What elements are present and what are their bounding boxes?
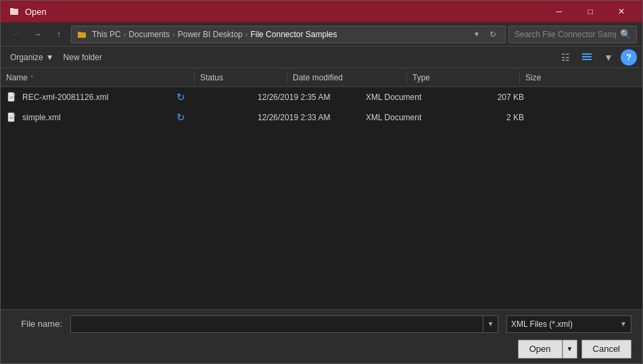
col-header-status[interactable]: Status: [200, 73, 281, 82]
breadcrumb-sep-1: ›: [124, 30, 126, 38]
filename-row: File name: ▼ XML Files (*.xml) ▼: [11, 315, 632, 333]
file-size-cell: 207 KB: [467, 93, 535, 102]
column-headers: Name ^ Status Date modified Type Size: [1, 68, 642, 87]
open-dialog: Open ─ □ ✕ ← → ↑ This PC › Documents › P…: [0, 0, 643, 364]
col-header-name[interactable]: Name ^: [6, 73, 189, 82]
dialog-title: Open: [25, 7, 47, 17]
svg-rect-1: [10, 8, 14, 9]
filetype-text: XML Files (*.xml): [511, 319, 573, 329]
view-list-button[interactable]: ☷: [556, 48, 575, 67]
col-divider-1: [194, 71, 195, 84]
svg-rect-6: [582, 59, 592, 60]
close-button[interactable]: ✕: [606, 1, 637, 22]
file-icon: [6, 91, 18, 103]
organize-button[interactable]: Organize ▼: [6, 49, 58, 66]
file-date-cell: 12/26/2019 2:33 AM: [258, 113, 366, 122]
action-toolbar: Organize ▼ New folder ☷ ▼ ?: [1, 47, 642, 68]
search-input[interactable]: [515, 30, 616, 39]
sync-icon: ↻: [176, 111, 185, 123]
filename-dropdown-icon[interactable]: ▼: [483, 315, 498, 333]
new-folder-label: New folder: [64, 53, 102, 62]
col-header-size[interactable]: Size: [525, 73, 593, 82]
bottom-bar: File name: ▼ XML Files (*.xml) ▼ Open ▼ …: [1, 309, 642, 363]
file-status-cell: ↻: [176, 111, 258, 124]
view-dropdown-button[interactable]: ▼: [599, 48, 618, 67]
breadcrumb-bar[interactable]: This PC › Documents › Power BI Desktop ›…: [71, 26, 506, 43]
organize-arrow-icon: ▼: [46, 53, 54, 62]
svg-rect-4: [582, 53, 592, 55]
file-type-cell: XML Document: [366, 113, 467, 122]
filename-input-wrap: ▼: [70, 315, 498, 333]
search-icon: 🔍: [620, 29, 631, 39]
file-name-cell: simple.xml: [6, 111, 176, 124]
svg-rect-9: [9, 98, 13, 99]
file-area: Name ^ Status Date modified Type Size: [1, 68, 642, 309]
organize-label: Organize: [10, 53, 43, 62]
filetype-arrow-icon: ▼: [620, 320, 627, 328]
dialog-icon: [9, 6, 20, 17]
back-button[interactable]: ←: [6, 25, 25, 44]
minimize-button[interactable]: ─: [544, 1, 575, 22]
breadcrumb-item-2: This PC: [92, 30, 121, 39]
file-date-cell: 12/26/2019 2:35 AM: [258, 93, 366, 102]
svg-rect-3: [78, 32, 81, 33]
svg-rect-2: [78, 32, 86, 38]
breadcrumb-sep-3: ›: [245, 30, 248, 38]
cancel-button[interactable]: Cancel: [581, 340, 632, 359]
filename-input[interactable]: [71, 316, 483, 332]
sort-indicator: ^: [30, 74, 33, 81]
breadcrumb-dropdown-icon[interactable]: ▼: [470, 26, 483, 43]
svg-rect-0: [10, 9, 18, 15]
up-button[interactable]: ↑: [49, 25, 68, 44]
breadcrumb-item-1: [77, 29, 89, 39]
nav-toolbar: ← → ↑ This PC › Documents › Power BI Des…: [1, 22, 642, 47]
file-size-cell: 2 KB: [467, 113, 535, 122]
file-list: REC-xml-20081126.xml ↻ 12/26/2019 2:35 A…: [1, 87, 642, 309]
svg-rect-8: [9, 97, 14, 97]
view-details-button[interactable]: [577, 48, 596, 67]
help-button[interactable]: ?: [621, 49, 637, 66]
breadcrumb-item-3: Documents: [128, 30, 170, 39]
col-divider-3: [406, 71, 407, 84]
svg-rect-5: [582, 56, 592, 57]
filetype-select[interactable]: XML Files (*.xml) ▼: [506, 315, 632, 333]
breadcrumb-refresh-icon[interactable]: ↻: [486, 26, 500, 43]
new-folder-button[interactable]: New folder: [59, 49, 106, 66]
filename-label: File name:: [11, 319, 62, 329]
col-header-date[interactable]: Date modified: [293, 73, 401, 82]
svg-rect-12: [9, 118, 13, 119]
open-button[interactable]: Open: [518, 340, 563, 359]
title-bar: Open ─ □ ✕: [1, 1, 642, 22]
forward-button[interactable]: →: [28, 25, 47, 44]
breadcrumb-sep-2: ›: [172, 30, 175, 38]
breadcrumb-item-4: Power BI Desktop: [178, 30, 243, 39]
search-box[interactable]: 🔍: [508, 26, 637, 43]
file-row[interactable]: REC-xml-20081126.xml ↻ 12/26/2019 2:35 A…: [1, 87, 642, 107]
open-button-dropdown[interactable]: ▼: [563, 340, 577, 359]
svg-rect-11: [9, 117, 14, 118]
file-row[interactable]: simple.xml ↻ 12/26/2019 2:33 AM XML Docu…: [1, 107, 642, 128]
file-name-cell: REC-xml-20081126.xml: [6, 91, 176, 103]
breadcrumb-current: File Connector Samples: [250, 30, 337, 39]
file-icon: [6, 111, 18, 124]
open-button-wrap: Open ▼: [518, 340, 577, 359]
file-type-cell: XML Document: [366, 93, 467, 102]
sync-icon: ↻: [176, 91, 185, 103]
file-status-cell: ↻: [176, 91, 258, 103]
col-divider-4: [519, 71, 520, 84]
col-divider-2: [287, 71, 287, 84]
maximize-button[interactable]: □: [575, 1, 606, 22]
buttons-row: Open ▼ Cancel: [11, 340, 632, 359]
col-header-type[interactable]: Type: [412, 73, 514, 82]
